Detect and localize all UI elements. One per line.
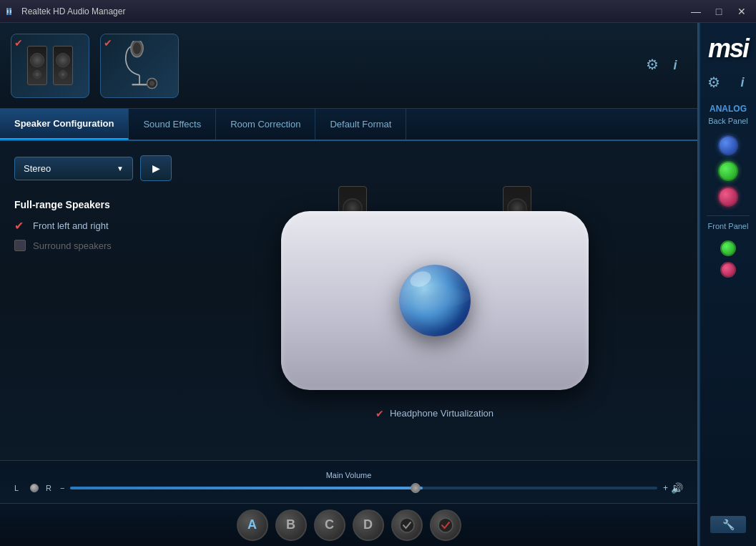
profile-button-d[interactable]: D xyxy=(353,510,384,541)
tab-room-correction[interactable]: Room Correction xyxy=(216,109,315,140)
play-test-button[interactable]: ▶ xyxy=(140,155,172,181)
speaker-unit-left xyxy=(27,46,47,85)
jack-green-front[interactable] xyxy=(720,240,736,256)
right-panel: msi ⚙ i ANALOG Back Panel Front Panel 🔧 xyxy=(699,23,756,546)
header-right: ⚙ i xyxy=(641,53,687,79)
analog-section: ANALOG Back Panel Front Panel xyxy=(707,104,750,281)
close-button[interactable]: ✕ xyxy=(733,4,750,19)
check1-icon xyxy=(399,517,415,533)
surround-label: Surround speakers xyxy=(33,240,112,251)
maximize-button[interactable]: □ xyxy=(710,4,727,19)
checkbox-icon-front: ✔ xyxy=(14,219,27,232)
headphone-virtualization-row[interactable]: ✔ Headphone Virtualization xyxy=(375,408,494,419)
volume-slider-fill xyxy=(70,487,422,489)
tab-sound-effects[interactable]: Sound Effects xyxy=(129,109,216,140)
info-button[interactable]: i xyxy=(664,54,687,77)
microphone-device-box[interactable] xyxy=(100,34,179,98)
panel-controls: ⚙ i xyxy=(702,71,754,97)
settings-bottom: 🔧 xyxy=(710,516,746,539)
window-title: Realtek HD Audio Manager xyxy=(21,6,687,16)
profile-button-a[interactable]: A xyxy=(237,510,268,541)
checkbox-surround[interactable]: Surround speakers xyxy=(14,239,172,252)
svg-point-7 xyxy=(132,42,141,54)
speaker-diagram: ✔ Headphone Virtualization xyxy=(186,155,683,446)
bottom-bar: A B C D xyxy=(0,503,697,546)
front-panel-label: Front Panel xyxy=(708,222,749,230)
wrench-icon: 🔧 xyxy=(722,519,735,530)
svg-rect-2 xyxy=(7,10,9,13)
svg-point-10 xyxy=(149,81,154,86)
device-header: ⚙ i xyxy=(0,23,697,109)
jack-green-back[interactable] xyxy=(718,161,738,181)
chevron-down-icon: ▼ xyxy=(117,165,124,172)
fullrange-section: Full-range Speakers ✔ Front left and rig… xyxy=(14,199,172,259)
titlebar: Realtek HD Audio Manager — □ ✕ xyxy=(0,0,756,23)
checkbox-icon-surround xyxy=(14,239,27,252)
settings-gear-button[interactable]: ⚙ xyxy=(641,53,664,76)
speaker-pair-icon xyxy=(27,46,73,85)
volume-slider[interactable] xyxy=(70,487,657,489)
header-top-controls: ⚙ i xyxy=(641,53,687,79)
speakers-device-box[interactable] xyxy=(11,34,89,98)
check-icon: ✔ xyxy=(14,219,24,233)
volume-row: L R − + 🔊 xyxy=(14,482,683,494)
window-controls: — □ ✕ xyxy=(687,4,750,19)
volume-icons: + 🔊 xyxy=(663,482,683,494)
speaker-dropdown[interactable]: Stereo ▼ xyxy=(14,157,133,180)
left-content: ⚙ i Speaker Configuration Sound Effects … xyxy=(0,23,699,546)
speaker-cone-small xyxy=(33,70,41,79)
svg-point-11 xyxy=(400,518,414,532)
jack-blue-back[interactable] xyxy=(718,135,738,155)
crystal-reflection xyxy=(399,286,471,308)
profile-button-b[interactable]: B xyxy=(275,510,307,541)
volume-knob-icon xyxy=(29,482,40,494)
msi-logo: msi xyxy=(708,34,748,63)
tab-default-format[interactable]: Default Format xyxy=(315,109,406,140)
tab-speaker-configuration[interactable]: Speaker Configuration xyxy=(0,109,129,140)
jack-pink-back[interactable] xyxy=(718,187,738,207)
left-panel: Stereo ▼ ▶ Full-range Speakers ✔ Front l… xyxy=(14,155,172,446)
profile-button-c[interactable]: C xyxy=(314,510,345,541)
volume-dash: − xyxy=(60,484,64,492)
svg-point-12 xyxy=(438,518,453,532)
tabs-container: Speaker Configuration Sound Effects Room… xyxy=(0,109,697,141)
headphone-virtualization-label: Headphone Virtualization xyxy=(390,408,494,419)
microphone-icon xyxy=(118,41,161,91)
content-area: Stereo ▼ ▶ Full-range Speakers ✔ Front l… xyxy=(0,141,697,460)
speaker-select-row: Stereo ▼ ▶ xyxy=(14,155,172,181)
volume-plus-icon: + xyxy=(663,483,668,493)
unchecked-box-icon xyxy=(14,240,26,251)
hv-check-icon: ✔ xyxy=(375,408,384,419)
action-button-check1[interactable] xyxy=(391,510,423,541)
check2-icon xyxy=(438,517,453,533)
back-panel-label: Back Panel xyxy=(708,117,748,125)
speaker-cone-large xyxy=(30,53,44,67)
volume-section: Main Volume L R − + 🔊 xyxy=(0,460,697,503)
left-channel-label: L xyxy=(14,484,23,492)
action-button-check2[interactable] xyxy=(430,510,461,541)
speaker-unit-right xyxy=(53,46,73,85)
main-container: ⚙ i Speaker Configuration Sound Effects … xyxy=(0,23,756,546)
front-left-right-label: Front left and right xyxy=(33,220,109,231)
analog-label: ANALOG xyxy=(710,104,747,114)
volume-speaker-icon: 🔊 xyxy=(671,482,683,494)
msi-logo-container: msi xyxy=(708,30,748,71)
fullrange-title: Full-range Speakers xyxy=(14,199,172,210)
titlebar-icon xyxy=(6,6,17,17)
checkbox-front-left-right[interactable]: ✔ Front left and right xyxy=(14,219,172,232)
svg-rect-3 xyxy=(10,10,11,13)
speaker-cone-small-r xyxy=(59,70,67,79)
panel-gear-button[interactable]: ⚙ xyxy=(702,71,725,94)
right-channel-label: R xyxy=(46,484,54,492)
panel-divider xyxy=(707,215,750,216)
speaker-cone-large-r xyxy=(56,53,70,67)
volume-slider-thumb xyxy=(411,483,421,493)
minimize-button[interactable]: — xyxy=(687,4,705,19)
panel-info-button[interactable]: i xyxy=(731,71,754,94)
jack-pink-front[interactable] xyxy=(720,262,736,278)
settings-wrench-button[interactable]: 🔧 xyxy=(710,516,746,533)
volume-label: Main Volume xyxy=(326,471,372,479)
